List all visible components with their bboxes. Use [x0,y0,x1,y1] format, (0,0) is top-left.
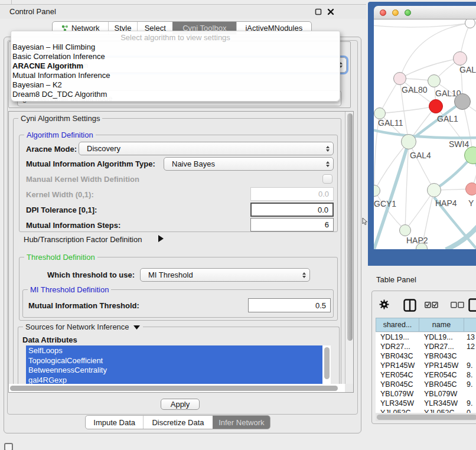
which-threshold-value: MI Threshold [148,270,193,279]
dropdown-item[interactable]: Dream8 DC_TDC Algorithm [11,90,340,99]
table-row[interactable]: YDR27... YDR27... 12 [376,342,476,351]
graph-node-label: GAL1 [437,114,458,123]
list-item[interactable]: SelfLoops [26,345,322,356]
table-row[interactable]: YLR345W YLR345W 9. [376,399,476,408]
hub-factor-label[interactable]: Hub/Transcription Factor Definition [24,235,142,244]
manual-kernel-checkbox[interactable] [322,174,332,184]
table-header-shared[interactable]: shared... [376,318,419,332]
table-row[interactable]: YBL079W YBL079W [376,389,476,399]
list-item[interactable]: TopologicalCoefficient [26,356,322,366]
attr-rows: SelfLoopsTopologicalCoefficientBetweenne… [26,345,331,385]
which-threshold-label: Which threshold to use: [47,270,135,279]
kernel-width-label: Kernel Width (0,1): [26,190,94,199]
which-threshold-combo[interactable]: MI Threshold [140,268,310,282]
hscrollbar-thumb[interactable] [10,386,338,391]
table-hscrollbar-thumb[interactable] [377,415,476,420]
graph-node[interactable] [464,146,476,164]
control-panel-title: Control Panel [9,7,56,16]
vscrollbar-thumb[interactable] [347,113,353,341]
dropdown-item[interactable]: Bayesian – K2 [11,80,340,90]
tab-infer-network-label: Infer Network [219,418,264,427]
table-hscrollbar[interactable] [376,413,476,421]
close-window-icon[interactable] [380,9,386,16]
tab-infer-network[interactable]: Infer Network [213,416,270,429]
minimize-window-icon[interactable] [392,9,399,16]
expand-arrow-icon[interactable] [157,234,164,243]
dpi-tolerance-label: DPI Tolerance [0,1]: [26,206,97,214]
graph-node[interactable] [465,182,476,195]
docked-panel-icon[interactable] [4,443,13,450]
graph-node[interactable] [453,51,467,66]
close-panel-icon[interactable] [327,8,334,15]
dropdown-item[interactable]: ARACNE Algorithm [11,61,340,71]
list-item[interactable]: BetweennessCentrality [26,366,322,376]
list-vscrollbar[interactable] [324,347,330,379]
collapse-arrow-icon[interactable] [133,324,141,330]
algorithm-dropdown-popup: Select algorithm to view settings Bayesi… [11,31,340,102]
network-canvas[interactable]: GALGAL80GAL10GAL1GAL11GAL4SWI4GCY1HAP4YH… [374,19,476,249]
tab-discretize-data-label: Discretize Data [152,418,204,427]
algorithm-definition-title: Algorithm Definition [24,131,96,139]
dropdown-item[interactable]: Mutual Information Inference [11,71,340,80]
graph-node[interactable] [393,72,406,85]
table-row[interactable]: YBR045C YBR045C 9. [376,380,476,389]
page-icon[interactable] [468,298,476,312]
network-window-titlebar[interactable] [374,6,476,19]
deselect-all-icon[interactable] [451,302,464,308]
graph-node[interactable] [374,107,386,119]
dpi-tolerance-value: 0.0 [318,206,328,214]
header-label: name [432,321,451,329]
graph-node[interactable] [428,74,441,87]
tab-impute-data[interactable]: Impute Data [86,416,143,429]
graph-node[interactable] [427,183,441,197]
gear-icon[interactable] [379,299,389,309]
graph-node[interactable] [429,99,443,113]
aracne-mode-combo[interactable]: Discovery [79,142,334,155]
columns-icon[interactable] [403,299,416,312]
hscrollbar-track[interactable] [9,384,345,392]
table-row[interactable]: YBR043C YBR043C [376,351,476,361]
graph-node-label: GAL11 [378,118,403,128]
mi-type-combo[interactable]: Naive Bayes [164,157,334,171]
graph-node[interactable] [374,185,380,197]
sources-group-title: Sources for Network Inference [23,323,143,331]
table-row[interactable]: YPR145W YPR145W 9. [376,361,476,370]
table-panel-title: Table Panel [376,275,416,284]
tab-impute-data-label: Impute Data [93,418,135,427]
table-row[interactable]: YER054C YER054C 8. [376,370,476,380]
kernel-width-field[interactable]: 0.0 [250,187,334,201]
mi-threshold-field[interactable]: 0.5 [248,298,331,312]
dpi-tolerance-field[interactable]: 0.0 [250,203,334,217]
table-header-name[interactable]: name [419,318,464,332]
apply-button[interactable]: Apply [161,399,200,410]
mi-steps-field[interactable]: 6 [250,218,334,231]
float-panel-icon[interactable] [315,8,322,15]
tab-discretize-data[interactable]: Discretize Data [143,416,212,429]
dropdown-item[interactable]: Bayesian – Hill Climbing [11,43,340,52]
mi-steps-label: Mutual Information Steps: [26,221,120,230]
graph-node[interactable] [454,93,471,110]
select-all-icon[interactable] [425,302,438,308]
mi-threshold-value: 0.5 [315,301,326,310]
aracne-mode-label: Aracne Mode: [26,145,77,154]
table-rows: YDL19... YDL19... 13 YDR27... YDR27... 1… [376,332,476,413]
threshold-definition-title: Threshold Definition [24,253,97,261]
vscrollbar-track[interactable] [345,112,353,384]
data-attributes-list[interactable]: SelfLoopsTopologicalCoefficientBetweenne… [26,345,331,385]
cyni-algorithm-settings-title: Cyni Algorithm Settings [18,115,102,122]
graph-node[interactable] [465,19,475,28]
header-label: shared... [383,321,412,329]
table-row[interactable]: YJL052C YJL052C 0. [376,408,476,413]
graph-node[interactable] [399,224,411,236]
aracne-mode-value: Discovery [87,144,120,153]
table-header-extra[interactable] [464,318,476,332]
graph-node-label: Y [468,198,474,208]
data-attributes-label: Data Attributes [22,335,77,344]
dropdown-item[interactable]: Basic Correlation Inference [11,52,340,61]
table-row[interactable]: YDL19... YDL19... 13 [376,332,476,342]
graph-node-label: GAL4 [410,151,431,160]
apply-button-label: Apply [171,400,190,409]
graph-node-label: HAP4 [435,198,457,208]
zoom-window-icon[interactable] [405,9,411,16]
graph-node[interactable] [401,134,416,149]
